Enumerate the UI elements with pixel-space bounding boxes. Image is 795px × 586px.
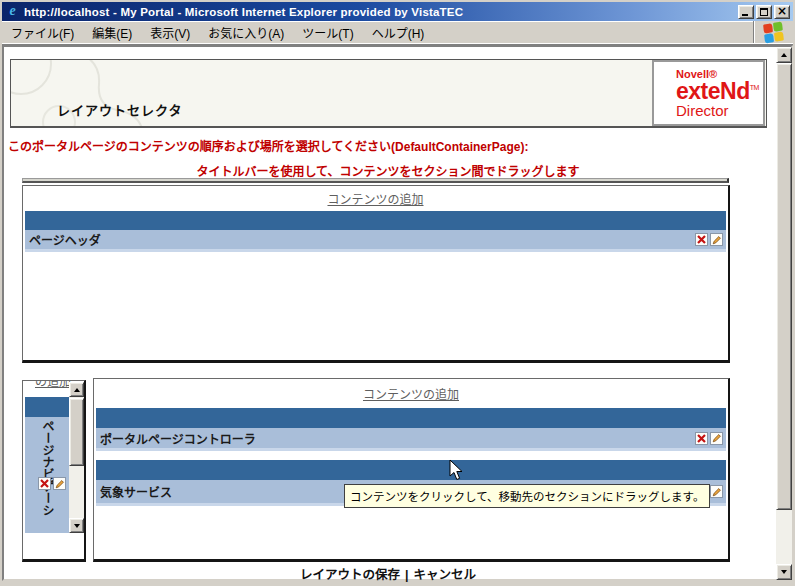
edit-pencil-icon: [712, 433, 722, 443]
delete-button[interactable]: [38, 477, 51, 490]
cancel-link[interactable]: キャンセル: [414, 568, 477, 582]
scroll-down-icon: [74, 524, 80, 528]
title-bar[interactable]: e http://localhost - My Portal - Microso…: [2, 2, 793, 21]
menu-favorites[interactable]: お気に入り(A): [199, 21, 293, 44]
browser-window: { "window": { "title": "http://localhost…: [0, 0, 795, 586]
delete-x-icon: [697, 434, 706, 443]
content-row-page-nav[interactable]: ページナビゲーシ: [25, 417, 70, 533]
delete-button[interactable]: [695, 432, 708, 445]
window-title: http://localhost - My Portal - Microsoft…: [24, 6, 463, 18]
content-row-title: ポータルページコントローラ: [96, 430, 256, 447]
section-top-titlebar[interactable]: [25, 211, 726, 230]
add-content-link-main[interactable]: コンテンツの追加: [94, 385, 728, 402]
section-left-titlebar[interactable]: [25, 397, 70, 417]
menu-bar: ファイル(F) 編集(E) 表示(V) お気に入り(A) ツール(T) ヘルプ(…: [2, 21, 793, 45]
windows-logo-panel: [753, 21, 793, 43]
scroll-up-icon: [781, 53, 787, 57]
menu-file[interactable]: ファイル(F): [2, 21, 83, 44]
maximize-button[interactable]: [756, 5, 772, 19]
minimize-button[interactable]: [738, 5, 754, 19]
novell-extend-director-logo: Novell® exteNdTM Director: [652, 60, 765, 126]
minimize-icon: [742, 14, 748, 16]
scroll-down-button[interactable]: [69, 518, 84, 533]
vertical-scrollbar[interactable]: [776, 47, 792, 580]
scroll-up-button[interactable]: [776, 47, 792, 63]
edit-button[interactable]: [710, 233, 723, 246]
close-button[interactable]: ×: [774, 5, 790, 19]
scroll-up-button[interactable]: [69, 382, 84, 397]
row-weather-titlebar[interactable]: [96, 460, 726, 480]
row-controller-titlebar[interactable]: [96, 408, 726, 428]
save-layout-link[interactable]: レイアウトの保存: [300, 568, 400, 582]
content-row-title: 気象サービス: [96, 483, 172, 500]
menu-help[interactable]: ヘルプ(H): [363, 21, 434, 44]
scroll-down-button[interactable]: [776, 564, 792, 580]
footer-actions: レイアウトの保存|キャンセル: [0, 564, 776, 583]
portal-header: レイアウトセレクタ Novell® exteNdTM Director: [10, 59, 767, 128]
content-row-portal-controller[interactable]: ポータルページコントローラ: [96, 428, 726, 451]
delete-x-icon: [40, 479, 49, 488]
edit-button[interactable]: [710, 485, 723, 498]
scroll-thumb[interactable]: [69, 398, 84, 466]
delete-button[interactable]: [695, 233, 708, 246]
left-section-scrollbar[interactable]: [69, 382, 84, 533]
delete-x-icon: [697, 235, 706, 244]
menu-tools[interactable]: ツール(T): [293, 21, 362, 44]
menu-edit[interactable]: 編集(E): [83, 21, 141, 44]
scroll-thumb[interactable]: [776, 63, 792, 510]
scroll-down-icon: [781, 570, 787, 574]
footer-separator: |: [405, 568, 409, 582]
ie-icon: e: [5, 4, 20, 19]
content-row-title: ページヘッダ: [25, 231, 101, 248]
page-title: レイアウトセレクタ: [57, 100, 182, 119]
add-content-link-top[interactable]: コンテンツの追加: [23, 190, 728, 207]
edit-pencil-icon: [712, 487, 722, 497]
mouse-cursor: [449, 459, 464, 481]
maximize-icon: [760, 8, 768, 16]
instruction-line1: このポータルページのコンテンツの順序および場所を選択してください(Default…: [8, 137, 528, 154]
windows-flag-icon: [763, 21, 784, 43]
logo-suite: Director: [676, 103, 763, 118]
edit-pencil-icon: [55, 479, 65, 489]
instruction-line2: タイトルバーを使用して、コンテンツをセクション間でドラッグします: [0, 162, 776, 179]
horizontal-rule: [22, 178, 729, 183]
edit-button[interactable]: [53, 477, 66, 490]
section-left: コンテンツの追加 ページナビゲーシ: [22, 380, 86, 562]
section-main: コンテンツの追加 ポータルページコントローラ 気象サービス: [93, 378, 730, 562]
close-icon: ×: [777, 5, 787, 17]
scroll-up-icon: [74, 388, 80, 392]
logo-product: exteNdTM: [676, 80, 763, 103]
menu-view[interactable]: 表示(V): [141, 21, 199, 44]
edit-button[interactable]: [710, 432, 723, 445]
logo-tm: TM: [750, 84, 759, 91]
edit-pencil-icon: [712, 235, 722, 245]
drag-tooltip: コンテンツをクリックして、移動先のセクションにドラッグします。: [344, 484, 710, 508]
content-row-page-header[interactable]: ページヘッダ: [25, 230, 726, 252]
section-top: コンテンツの追加 ページヘッダ: [22, 185, 730, 363]
